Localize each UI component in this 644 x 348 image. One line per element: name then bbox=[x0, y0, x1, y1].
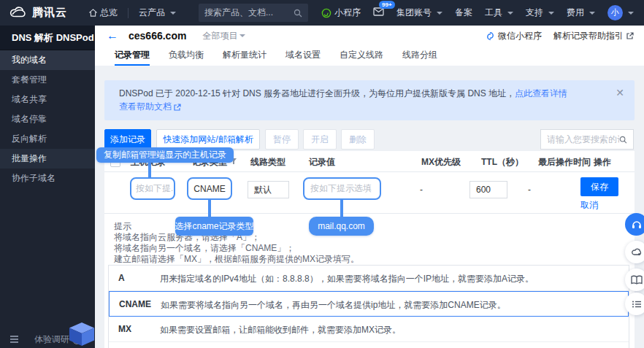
dnspod-console: 腾讯云 总览 云产品 搜索产品、文档... 小程序 99+ 集团账号 备案 工具 bbox=[0, 0, 644, 348]
record-type-tooltip: 选择cname记录类型 bbox=[175, 217, 253, 236]
mx-priority-value: - bbox=[420, 185, 423, 195]
main-content: ← ces666.com 全部项目 微信小程序 解析记录帮助指引 bbox=[95, 26, 644, 348]
chevron-down-icon bbox=[170, 12, 176, 15]
nav-beian[interactable]: 备案 bbox=[455, 7, 472, 19]
message-count-badge: 99+ bbox=[379, 1, 395, 9]
user-menu[interactable]: 小 bbox=[607, 5, 634, 20]
docs-button[interactable] bbox=[625, 268, 644, 291]
col-mx: MX优先级 bbox=[421, 156, 461, 169]
record-type-table: A 用来指定域名的IPv4地址（如：8.8.8.8），如果需要将域名指向一个IP… bbox=[108, 265, 629, 348]
brand-name: 腾讯云 bbox=[32, 6, 67, 20]
sidebar-item-reverse-dns[interactable]: 反向解析 bbox=[0, 129, 95, 149]
record-value-input[interactable]: 按如下提示选填 bbox=[303, 177, 381, 200]
tab-resolution-stats[interactable]: 解析量统计 bbox=[223, 45, 267, 66]
external-link-icon bbox=[174, 104, 181, 111]
support-chat-button[interactable] bbox=[625, 213, 644, 236]
tab-custom-lines[interactable]: 自定义线路 bbox=[340, 45, 383, 66]
banner-doc-link[interactable]: 查看帮助文档 bbox=[119, 101, 172, 113]
nav-products-menu[interactable]: 云产品 bbox=[139, 7, 176, 19]
col-last-op: 最后操作时间 bbox=[538, 156, 591, 169]
chevron-down-icon bbox=[239, 34, 245, 37]
headset-icon bbox=[631, 219, 643, 231]
tab-record-management[interactable]: 记录管理 bbox=[115, 45, 150, 66]
sidebar-item-plan-management[interactable]: 套餐管理 bbox=[0, 70, 95, 90]
home-icon bbox=[89, 9, 97, 17]
tips-line: 将域名指向另一个域名，请选择「CNAME」； bbox=[114, 243, 359, 254]
col-line: 线路类型 bbox=[250, 156, 285, 169]
sidebar-item-domain-sharing[interactable]: 域名共享 bbox=[0, 90, 95, 109]
record-type-row-a[interactable]: A 用来指定域名的IPv4地址（如：8.8.8.8），如果需要将域名指向一个IP… bbox=[109, 266, 629, 291]
delete-button[interactable]: 删除 bbox=[341, 129, 375, 150]
chevron-down-icon bbox=[507, 12, 513, 15]
cloud-logo-icon bbox=[9, 7, 28, 19]
sidebar: DNS 解析 DNSPod 我的域名 套餐管理 域名共享 域名停靠 反向解析 批… bbox=[0, 26, 95, 348]
tooltip-connector-line bbox=[148, 163, 151, 179]
list-icon bbox=[632, 300, 642, 309]
tips-line: 建立邮箱请选择「MX」，根据邮箱服务商提供的MX记录填写。 bbox=[114, 254, 359, 265]
wechat-miniprogram-link[interactable]: 微信小程序 bbox=[486, 30, 542, 42]
nav-tools[interactable]: 工具 bbox=[485, 7, 513, 19]
quick-add-button[interactable]: 快速添加网站/邮箱解析 bbox=[156, 129, 260, 150]
record-type-row-cname[interactable]: CNAME 如果需要将域名指向另一个域名，再由另一个域名提供ip地址，就需要添加… bbox=[109, 291, 629, 317]
page-header: ← ces666.com 全部项目 微信小程序 解析记录帮助指引 bbox=[95, 26, 644, 66]
avatar: 小 bbox=[607, 5, 623, 20]
col-value: 记录值 bbox=[309, 156, 335, 169]
sidebar-item-my-domains[interactable]: 我的域名 bbox=[0, 50, 95, 70]
back-button[interactable]: ← bbox=[107, 29, 118, 42]
top-nav-bar: 腾讯云 总览 云产品 搜索产品、文档... 小程序 99+ 集团账号 备案 工具 bbox=[0, 0, 644, 26]
sidebar-item-batch-operations[interactable]: 批量操作 bbox=[0, 149, 95, 169]
header-links: 微信小程序 解析记录帮助指引 bbox=[486, 30, 634, 42]
upgrade-notice-banner: DNSPod 已于 2020-12-15 针对 DNS 服务器地址进行全面升级，… bbox=[104, 80, 635, 120]
tab-load-balancing[interactable]: 负载均衡 bbox=[169, 45, 204, 66]
collapse-sidebar-icon[interactable] bbox=[10, 336, 18, 343]
wechat-miniprogram-icon bbox=[486, 31, 495, 41]
nav-billing[interactable]: 费用 bbox=[567, 7, 595, 19]
tab-domain-settings[interactable]: 域名设置 bbox=[285, 45, 321, 66]
survey-button[interactable] bbox=[625, 293, 644, 315]
record-type-row-txt[interactable]: TXT 在这里可以填写任何东西，长度限制255。绝大多数的TXT记录是用来做SP… bbox=[109, 342, 629, 348]
search-icon bbox=[294, 9, 302, 18]
record-search-input[interactable]: 请输入您要搜索的记录 bbox=[540, 129, 634, 150]
line-type-select[interactable]: 默认 bbox=[248, 181, 289, 198]
record-type-row-mx[interactable]: MX 如果需要设置邮箱，让邮箱能收到邮件，就需要添加MX记录。 bbox=[109, 317, 629, 342]
sidebar-footer: 体验调研 › bbox=[0, 330, 95, 348]
global-search-input[interactable]: 搜索产品、文档... bbox=[199, 4, 308, 22]
tooltip-connector-line bbox=[340, 200, 343, 217]
sidebar-item-domain-parking[interactable]: 域名停靠 bbox=[0, 109, 95, 129]
nav-support[interactable]: 支持 bbox=[526, 7, 554, 19]
ttl-input[interactable]: 600 bbox=[469, 181, 507, 198]
cancel-button[interactable]: 取消 bbox=[580, 199, 598, 212]
nav-mini-program[interactable]: 小程序 bbox=[321, 7, 361, 19]
record-type-input[interactable]: CNAME bbox=[187, 177, 232, 200]
save-button[interactable]: 保存 bbox=[580, 177, 618, 196]
chevron-down-icon bbox=[589, 12, 595, 15]
nav-group-account[interactable]: 集团账号 bbox=[396, 7, 442, 19]
project-selector[interactable]: 全部项目 bbox=[202, 30, 245, 42]
top-nav-right: 小程序 99+ 集团账号 备案 工具 支持 费用 小 bbox=[321, 5, 634, 20]
book-icon bbox=[631, 275, 643, 285]
help-guide-link[interactable]: 解析记录帮助指引 bbox=[553, 30, 634, 42]
feedback-cloud-icon bbox=[631, 247, 643, 258]
external-link-icon bbox=[626, 32, 634, 39]
feedback-button[interactable] bbox=[625, 241, 644, 263]
domain-header-row: ← ces666.com 全部项目 微信小程序 解析记录帮助指引 bbox=[95, 26, 644, 46]
record-edit-row: 按如下提... CNAME 默认 按如下提示选填 - 600 - 保存 取消 bbox=[104, 171, 635, 214]
decoration-cube bbox=[66, 321, 98, 348]
sidebar-item-collaborative-subdomains[interactable]: 协作子域名 bbox=[0, 169, 95, 188]
last-op-value: - bbox=[528, 185, 531, 195]
tencent-cloud-logo[interactable]: 腾讯云 bbox=[9, 6, 67, 20]
banner-detail-link[interactable]: 点此查看详情 bbox=[515, 88, 567, 98]
pause-button[interactable]: 暂停 bbox=[265, 129, 299, 150]
enable-button[interactable]: 开启 bbox=[303, 129, 337, 150]
record-value-tooltip: mail.qq.com bbox=[309, 217, 374, 236]
host-record-input[interactable]: 按如下提... bbox=[130, 177, 175, 200]
add-record-button[interactable]: 添加记录 bbox=[104, 129, 151, 150]
nav-overview[interactable]: 总览 bbox=[89, 7, 118, 19]
nav-divider bbox=[128, 8, 129, 18]
close-icon[interactable]: ✕ bbox=[616, 87, 624, 98]
nav-messages[interactable]: 99+ bbox=[373, 7, 384, 18]
tab-line-groups[interactable]: 线路分组 bbox=[402, 45, 437, 66]
host-record-tooltip: 复制邮箱管理端显示的主机记录 bbox=[96, 147, 234, 163]
sidebar-menu: 我的域名 套餐管理 域名共享 域名停靠 反向解析 批量操作 协作子域名 bbox=[0, 50, 95, 188]
records-card: 主机记录 记录类型 线路类型 记录值 MX优先级 TTL（秒） 最后操作时间 操… bbox=[104, 151, 635, 348]
